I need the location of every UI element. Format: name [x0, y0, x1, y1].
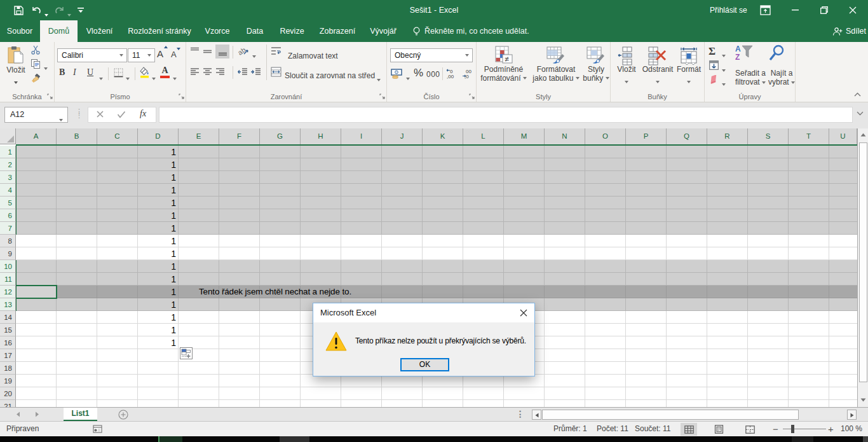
cell-styles-button[interactable]: Styly buňky: [581, 45, 611, 83]
autosum-dropdown-icon[interactable]: [722, 50, 726, 61]
column-header-P[interactable]: P: [626, 128, 667, 144]
column-header-Q[interactable]: Q: [667, 128, 707, 144]
vertical-scrollbar[interactable]: [857, 128, 868, 407]
underline-dropdown-icon[interactable]: [99, 73, 103, 84]
column-header-T[interactable]: T: [789, 128, 829, 144]
format-cells-button[interactable]: Formát: [674, 45, 703, 88]
row-header-20[interactable]: 20: [0, 387, 16, 400]
row-header-3[interactable]: 3: [0, 171, 16, 184]
align-top-icon[interactable]: [190, 47, 200, 56]
column-header-M[interactable]: M: [504, 128, 545, 144]
row-header-14[interactable]: 14: [0, 311, 16, 324]
tabbar-resize-handle[interactable]: •••: [519, 410, 521, 419]
delete-cells-button[interactable]: Odstranit: [641, 45, 674, 88]
column-header-D[interactable]: D: [138, 128, 179, 144]
conditional-formatting-button[interactable]: ≠ Podmíněné formátování: [477, 45, 531, 83]
row-header-4[interactable]: 4: [0, 184, 16, 197]
bold-button[interactable]: B: [59, 67, 65, 78]
column-header-J[interactable]: J: [382, 128, 423, 144]
dialog-ok-button[interactable]: OK: [400, 358, 449, 371]
tab-vlozeni[interactable]: Vložení: [81, 20, 118, 42]
view-page-break-button[interactable]: [742, 423, 758, 436]
tab-rozlozeni-stranky[interactable]: Rozložení stránky: [125, 20, 194, 42]
borders-dropdown-icon[interactable]: [126, 73, 130, 84]
formula-input[interactable]: [159, 107, 853, 123]
sign-in-link[interactable]: Přihlásit se: [710, 0, 747, 20]
row-header-13[interactable]: 13: [0, 298, 16, 311]
column-header-N[interactable]: N: [545, 128, 585, 144]
font-color-dropdown-icon[interactable]: [173, 73, 177, 84]
macro-record-icon[interactable]: [93, 425, 102, 433]
zoom-level[interactable]: 100 %: [839, 422, 862, 436]
column-header-U[interactable]: U: [829, 128, 857, 144]
sheet-nav-right-icon[interactable]: [35, 411, 39, 417]
select-all-corner[interactable]: [0, 128, 16, 144]
copy-dropdown-icon[interactable]: [44, 62, 48, 74]
column-header-R[interactable]: R: [707, 128, 748, 144]
namebox-resize-handle[interactable]: ⋮⋮: [76, 109, 83, 117]
minimize-button[interactable]: [792, 10, 799, 11]
enter-icon[interactable]: [117, 111, 126, 118]
row-header-1[interactable]: 1: [0, 146, 16, 158]
column-header-B[interactable]: B: [57, 128, 97, 144]
increase-indent-icon[interactable]: [250, 67, 261, 76]
font-name-combo[interactable]: Calibri: [57, 48, 127, 62]
scroll-up-icon[interactable]: [860, 133, 866, 137]
fill-dropdown-icon[interactable]: [722, 64, 726, 76]
align-right-icon[interactable]: [215, 67, 225, 76]
number-format-combo[interactable]: Obecný: [390, 48, 473, 62]
percent-style-button[interactable]: %: [414, 67, 423, 79]
hscroll-right-button[interactable]: [847, 410, 857, 420]
accounting-format-button[interactable]: [391, 69, 403, 79]
fill-color-dropdown-icon[interactable]: [152, 73, 156, 84]
autosum-button[interactable]: Σ: [709, 45, 715, 58]
tab-vyvojar[interactable]: Vývojář: [365, 20, 402, 42]
decrease-indent-icon[interactable]: [237, 67, 248, 76]
column-header-I[interactable]: I: [341, 128, 382, 144]
row-header-6[interactable]: 6: [0, 209, 16, 222]
column-header-F[interactable]: F: [219, 128, 260, 144]
column-header-L[interactable]: L: [463, 128, 504, 144]
format-as-table-button[interactable]: Formátovat jako tabulku: [531, 45, 581, 83]
column-header-E[interactable]: E: [179, 128, 219, 144]
close-button[interactable]: [849, 6, 857, 14]
share-button[interactable]: Sdílet: [846, 20, 866, 42]
column-header-C[interactable]: C: [97, 128, 138, 144]
ribbon-display-options-icon[interactable]: [760, 5, 771, 15]
increase-font-icon[interactable]: A: [157, 48, 163, 59]
zoom-slider-handle[interactable]: [791, 425, 794, 433]
schranka-dialog-launcher-icon[interactable]: [47, 93, 53, 99]
zoom-in-button[interactable]: +: [828, 422, 834, 436]
new-sheet-button[interactable]: [118, 410, 128, 420]
expand-formula-bar-icon[interactable]: [857, 111, 864, 116]
zarovnani-dialog-launcher-icon[interactable]: [379, 93, 385, 99]
tab-zobrazeni[interactable]: Zobrazení: [316, 20, 359, 42]
merge-center-label[interactable]: Sloučit a zarovnat na střed: [285, 71, 375, 80]
cut-button[interactable]: [31, 45, 41, 55]
underline-button[interactable]: U: [87, 67, 93, 78]
scroll-down-icon[interactable]: [860, 398, 866, 402]
tab-data[interactable]: Data: [241, 20, 268, 42]
orientation-dropdown-icon[interactable]: [252, 50, 256, 62]
copy-button[interactable]: [31, 59, 41, 69]
format-painter-button[interactable]: [31, 74, 41, 84]
merge-center-dropdown-icon[interactable]: [377, 74, 381, 85]
row-header-10[interactable]: 10: [0, 260, 16, 273]
sheet-nav-left-icon[interactable]: [16, 411, 20, 417]
pismo-dialog-launcher-icon[interactable]: [179, 93, 184, 99]
font-size-combo[interactable]: 11: [128, 48, 155, 62]
align-middle-icon[interactable]: [203, 47, 212, 56]
cancel-icon[interactable]: [96, 110, 104, 118]
wrap-text-button[interactable]: [271, 46, 281, 57]
row-header-8[interactable]: 8: [0, 235, 16, 247]
collapse-ribbon-icon[interactable]: [854, 92, 861, 97]
zoom-slider-track[interactable]: [783, 429, 826, 429]
name-box[interactable]: A12: [4, 107, 68, 123]
clear-dropdown-icon[interactable]: [722, 78, 726, 90]
font-color-button[interactable]: A: [160, 66, 170, 78]
row-header-2[interactable]: 2: [0, 158, 16, 171]
align-bottom-icon[interactable]: [215, 45, 229, 59]
row-header-17[interactable]: 17: [0, 349, 16, 362]
sort-filter-button[interactable]: A Z Seřadit a filtrovat: [735, 45, 755, 61]
insert-cells-button[interactable]: Vložit: [612, 45, 641, 88]
